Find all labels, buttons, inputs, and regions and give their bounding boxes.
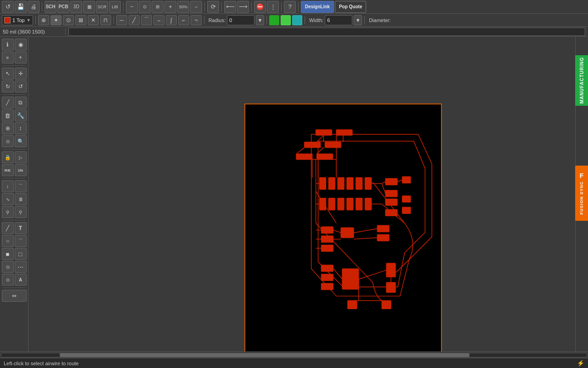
probe-btn[interactable]: ⚲	[2, 206, 14, 218]
redo-btn[interactable]: ⟶	[237, 1, 249, 13]
trace-btn[interactable]: ✦	[51, 15, 62, 25]
measure-btn[interactable]: ↕	[2, 180, 14, 192]
step-l-btn[interactable]: ⌐	[178, 15, 189, 25]
stop-btn[interactable]: ⛔	[254, 1, 266, 13]
drc-side-btn[interactable]: R/E	[2, 164, 14, 176]
arc-shape-btn[interactable]: ⌒	[15, 235, 27, 247]
refresh-btn[interactable]: ⟳	[207, 1, 219, 13]
radius-input[interactable]	[227, 15, 254, 25]
add-part-btn[interactable]: ⊕	[2, 122, 14, 134]
info-btn[interactable]: ℹ	[2, 39, 14, 51]
radius-dropdown[interactable]: ▼	[256, 15, 264, 25]
zoom-area-btn[interactable]: ⊞	[152, 1, 164, 13]
search-btn[interactable]: 🔍	[15, 135, 27, 147]
copy-btn[interactable]: ⧉	[15, 97, 27, 109]
zoom-actual-btn[interactable]: ↔	[190, 1, 202, 13]
width-input[interactable]	[325, 15, 352, 25]
canvas-area[interactable]	[28, 37, 575, 351]
arc-r-btn[interactable]: ⌒	[141, 15, 152, 25]
view-btn[interactable]: ◉	[15, 39, 27, 51]
undo-redo-btn[interactable]: ↺	[2, 1, 14, 13]
zoom-fit-btn[interactable]: ⊙	[139, 1, 151, 13]
zoom-50-btn[interactable]: 50%	[177, 1, 189, 13]
zoom-out-btn[interactable]: −	[126, 1, 138, 13]
library-btn[interactable]: LIB	[109, 1, 121, 13]
line-btn[interactable]: ╱	[2, 97, 14, 109]
coord-input[interactable]	[68, 28, 585, 36]
side-pair-probe: ⚲ ⚲	[2, 206, 27, 218]
clear-btn[interactable]: ✕	[88, 15, 99, 25]
snap-btn[interactable]: ⊕	[38, 15, 49, 25]
pop-quote-label: Pop Quote	[339, 4, 362, 9]
side-pair-info: ℹ ◉	[2, 39, 27, 51]
coord-sep	[65, 28, 66, 35]
linedraw-btn[interactable]: ╱	[2, 222, 14, 234]
via-light-green-btn[interactable]	[281, 15, 291, 25]
via-teal-btn[interactable]	[292, 15, 302, 25]
svg-rect-38	[321, 245, 333, 252]
panel-btn[interactable]: ▦	[83, 1, 95, 13]
rect-solid-btn[interactable]: ■	[2, 248, 14, 260]
straight-btn[interactable]: ─	[116, 15, 127, 25]
layers-btn[interactable]: ≡	[2, 52, 14, 63]
wave-btn[interactable]: ∿	[2, 193, 14, 205]
rect-outline-btn[interactable]: □	[15, 248, 27, 260]
print-btn[interactable]: 🖨	[28, 1, 40, 13]
svg-rect-51	[386, 282, 396, 293]
undo-btn[interactable]: ⟵	[224, 1, 236, 13]
zoom-in-btn[interactable]: +	[164, 1, 176, 13]
svg-rect-22	[347, 198, 353, 210]
move-part-btn[interactable]: ↕	[15, 122, 27, 134]
group-btn[interactable]: ⊙	[2, 135, 14, 147]
lock-btn[interactable]: 🔒	[2, 151, 14, 163]
select-btn[interactable]: ↖	[2, 68, 14, 80]
bus-btn[interactable]: ≣	[15, 193, 27, 205]
3d-btn[interactable]: 3D	[70, 1, 82, 13]
save-btn[interactable]: 💾	[15, 1, 27, 13]
script-btn[interactable]: SCR	[96, 1, 108, 13]
text-btn[interactable]: T	[15, 222, 27, 234]
manufacturing-tab[interactable]: MANUFACTURING	[575, 55, 588, 106]
svg-rect-19	[319, 198, 326, 210]
route-btn[interactable]: ⊙	[63, 15, 74, 25]
rotate-ccw-btn[interactable]: ↺	[15, 80, 27, 92]
design-link-btn[interactable]: DesignLink	[301, 1, 334, 13]
scrollbar-track[interactable]	[1, 353, 587, 357]
arc-l-btn[interactable]: ⌣	[153, 15, 164, 25]
arc-side-btn[interactable]: ⌒	[15, 180, 27, 192]
svg-rect-27	[385, 199, 397, 206]
rotate-cw-btn[interactable]: ↻	[2, 80, 14, 92]
bend45-btn[interactable]: ╱	[129, 15, 140, 25]
probe2-btn[interactable]: ⚲	[15, 206, 27, 218]
expand-btn[interactable]: ⇔	[2, 290, 27, 302]
board-btn[interactable]: ⊙	[2, 274, 14, 286]
width-dropdown[interactable]: ▼	[354, 15, 362, 25]
delete-btn[interactable]: 🗑	[2, 109, 14, 121]
step-r-btn[interactable]: ¬	[191, 15, 202, 25]
wrench-btn[interactable]: 🔧	[15, 109, 27, 121]
via-green-btn[interactable]	[269, 15, 279, 25]
add-layer-btn[interactable]: +	[15, 52, 27, 63]
text2-btn[interactable]: A	[15, 274, 27, 286]
pop-quote-btn[interactable]: Pop Quote	[335, 1, 367, 13]
drc-btn[interactable]: ⊠	[75, 15, 86, 25]
status-warning-icon: ⚡	[577, 360, 584, 367]
overflow-btn[interactable]: ⋮	[267, 1, 279, 13]
drc2-side-btn[interactable]: 10k	[15, 164, 27, 176]
h-scrollbar[interactable]	[0, 351, 588, 358]
layer-select[interactable]: 1 Top ▼	[2, 15, 33, 25]
pcb-btn[interactable]: PCB	[57, 1, 69, 13]
circle-btn[interactable]: ○	[2, 235, 14, 247]
schematic-btn[interactable]: SCH	[45, 1, 57, 13]
move-btn[interactable]: ✛	[15, 68, 27, 80]
fusion-sync-tab[interactable]: F FUSION SYNC	[575, 166, 588, 221]
side-pair-layers: ≡ +	[2, 52, 27, 63]
s-curve-btn[interactable]: ∫	[166, 15, 177, 25]
scrollbar-thumb[interactable]	[60, 353, 469, 357]
dots-btn[interactable]: ⋯	[15, 261, 27, 273]
svg-line-55	[359, 270, 386, 279]
stackup-btn[interactable]: ⊙	[2, 261, 14, 273]
help-btn[interactable]: ?	[284, 1, 296, 13]
tearshape-btn[interactable]: ▷	[15, 151, 27, 163]
tearshape-btn[interactable]: ⊓	[100, 15, 111, 25]
